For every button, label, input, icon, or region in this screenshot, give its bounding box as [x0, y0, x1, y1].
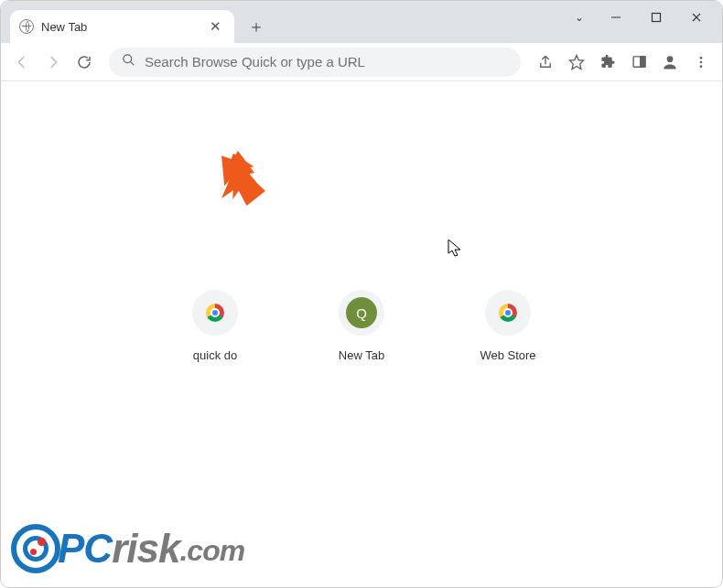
svg-line-5: [130, 61, 134, 65]
shortcut-icon: Q: [339, 290, 384, 336]
shortcut-label: quick do: [193, 348, 237, 362]
shortcuts-row: quick do Q New Tab Web Store: [169, 290, 554, 362]
chrome-icon: [499, 304, 517, 322]
titlebar: New Tab ✕ ＋ ⌄: [1, 1, 722, 43]
chrome-icon: [206, 304, 224, 322]
window-controls: ⌄: [563, 1, 717, 34]
shortcut-item[interactable]: quick do: [169, 290, 261, 362]
arrow-annotation-icon: [204, 144, 277, 217]
cursor-icon: [448, 239, 464, 259]
profile-icon[interactable]: [656, 48, 684, 76]
arrow-annotation: [207, 147, 271, 211]
browser-tab[interactable]: New Tab ✕: [10, 10, 234, 43]
toolbar: [1, 43, 722, 81]
shortcut-icon: [192, 290, 238, 336]
shortcut-item[interactable]: Q New Tab: [316, 290, 407, 362]
svg-point-11: [700, 57, 703, 59]
shortcut-label: Web Store: [480, 348, 535, 362]
maximize-button[interactable]: [636, 2, 676, 33]
svg-point-13: [700, 65, 703, 68]
share-icon[interactable]: [532, 48, 559, 76]
svg-point-12: [700, 60, 703, 63]
sidepanel-icon[interactable]: [625, 48, 653, 76]
svg-point-10: [667, 56, 674, 62]
shortcut-icon: [485, 290, 531, 336]
shortcut-label: New Tab: [339, 348, 384, 362]
address-input[interactable]: [145, 54, 508, 69]
svg-marker-14: [220, 149, 263, 200]
search-icon: [122, 53, 135, 70]
forward-button[interactable]: [39, 48, 67, 76]
svg-marker-6: [570, 55, 584, 69]
close-window-button[interactable]: [676, 2, 717, 33]
new-tab-page: quick do Q New Tab Web Store: [1, 81, 722, 588]
extensions-icon[interactable]: [594, 48, 621, 76]
globe-icon: [19, 19, 34, 34]
minimize-button[interactable]: [596, 2, 636, 33]
watermark-logo-icon: [10, 523, 61, 574]
svg-rect-1: [653, 14, 661, 22]
menu-icon[interactable]: [687, 48, 715, 76]
svg-marker-17: [448, 240, 460, 256]
close-tab-icon[interactable]: ✕: [206, 16, 225, 37]
svg-point-4: [124, 55, 132, 63]
reload-button[interactable]: [70, 48, 98, 76]
svg-marker-16: [209, 145, 268, 208]
bookmark-icon[interactable]: [563, 48, 590, 76]
new-tab-button[interactable]: ＋: [243, 14, 269, 39]
watermark: PCrisk.com: [10, 523, 244, 574]
svg-rect-9: [640, 57, 644, 67]
tab-title: New Tab: [41, 20, 206, 34]
svg-marker-15: [221, 151, 254, 200]
watermark-text: PCrisk.com: [58, 526, 244, 572]
shortcut-item[interactable]: Web Store: [462, 290, 554, 362]
back-button[interactable]: [8, 48, 36, 76]
letter-icon: Q: [346, 297, 377, 328]
omnibox[interactable]: [109, 48, 521, 77]
chevron-down-icon[interactable]: ⌄: [563, 11, 596, 24]
